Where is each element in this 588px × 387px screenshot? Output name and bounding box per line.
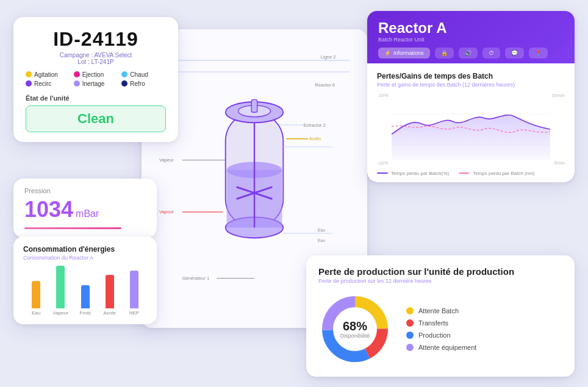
tag-dot-agitation (26, 71, 32, 77)
tag-label-refro: Refro (130, 80, 145, 87)
legend-label-percent: Temps perdu par Batch(%) (391, 171, 449, 176)
production-title: Perte de production sur l'unité de produ… (318, 266, 562, 277)
energy-subtitle: Consommation du Reactor A (23, 255, 147, 261)
tag-label-inertage: Inertage (82, 80, 105, 87)
reactor-tab-pin[interactable]: 📍 (529, 48, 548, 59)
label-production: Production (418, 332, 451, 339)
tab-info-label: Informations (393, 50, 424, 56)
line-chart-svg (392, 93, 550, 166)
chart-title: Pertes/Gains de temps des Batch (377, 72, 565, 80)
tag-dot-chaud (121, 71, 127, 77)
legend-percent: Temps perdu par Batch(%) (377, 171, 449, 176)
y-labels-right: 30min -5min (551, 93, 565, 166)
pressure-unit: mBar (76, 208, 99, 219)
dashboard-container: ID-24119 Campagne : AVEVA Select Lot : L… (13, 11, 575, 377)
tag-label-recirc: Recirc (34, 80, 51, 87)
timer-icon: ⏱ (489, 50, 494, 56)
line-chart: -10% -10% 30min -5min (377, 93, 565, 166)
pressure-bar (24, 227, 121, 229)
svg-text:Extractor 2: Extractor 2 (303, 122, 326, 127)
bar-azote: Azote (99, 275, 120, 316)
tag-dot-refro (121, 80, 127, 87)
label-attente-batch: Attente Batch (418, 307, 459, 314)
id-title: ID-24119 (26, 28, 166, 51)
bar-eau-fill (32, 281, 40, 308)
pressure-number: 1034 (24, 197, 73, 222)
svg-text:Générateur 1: Générateur 1 (182, 275, 209, 280)
svg-text:Ligne 2: Ligne 2 (321, 54, 336, 60)
legend-production: Production (406, 332, 476, 339)
reactor-chart-area: Pertes/Gains de temps des Batch Perte et… (367, 63, 575, 182)
reactor-tab-timer[interactable]: ⏱ (482, 48, 500, 59)
svg-text:Vapour: Vapour (159, 208, 174, 214)
pin-icon: 📍 (535, 50, 542, 56)
dot-blue (406, 332, 414, 339)
label-attente-equipement: Attente équipement (418, 344, 476, 351)
donut-label: Disponibilité (340, 333, 370, 339)
id-lot: Lot : LT-241P (26, 59, 166, 65)
label-transferts: Transferts (418, 319, 448, 327)
legend-transferts: Transferts (406, 319, 476, 327)
bar-azote-fill (106, 275, 114, 308)
legend-min: Temps perdu par Batch (mn) (459, 171, 534, 176)
donut-percent: 68% (340, 319, 370, 333)
energy-card: Consommation d'énergies Consommation du … (13, 236, 157, 324)
legend-attente-equipement: Attente équipement (406, 344, 476, 351)
info-icon: ⚡ (384, 50, 391, 56)
tag-label-chaud: Chaud (130, 71, 148, 78)
pressure-value: 1034 mBar (24, 197, 146, 222)
tag-chaud: Chaud (121, 71, 166, 78)
reactor-card: Reactor A Batch Reactor Unit ⚡ Informati… (367, 11, 575, 182)
tags-grid: Agitation Ejection Chaud Recirc Inertage… (26, 71, 166, 87)
legend-line-purple (377, 172, 388, 174)
production-subtitle: Perte de production sur les 12 dernière … (318, 278, 562, 284)
svg-text:Eau: Eau (318, 228, 325, 232)
y-bot-left: -10% (377, 160, 389, 166)
reactor-tab-sound[interactable]: 🔊 (459, 48, 478, 59)
chart-legend: Temps perdu par Batch(%) Temps perdu par… (377, 171, 565, 176)
svg-text:Eau: Eau (318, 238, 325, 243)
reactor-tab-lock[interactable]: 🔒 (435, 48, 454, 59)
donut-chart: 68% Disponibilité (318, 293, 392, 366)
svg-text:Reactor 6: Reactor 6 (315, 82, 335, 87)
tag-ejection: Ejection (74, 71, 118, 78)
y-top-right: 30min (551, 93, 565, 98)
chat-icon: 💬 (511, 50, 518, 56)
energy-title: Consommation d'énergies (23, 245, 147, 254)
svg-text:Aceto: Aceto (309, 135, 321, 141)
tag-dot-recirc (26, 80, 32, 87)
bar-azote-label: Azote (103, 310, 115, 316)
id-card: ID-24119 Campagne : AVEVA Select Lot : L… (13, 17, 178, 142)
reactor-header: Reactor A Batch Reactor Unit ⚡ Informati… (367, 11, 575, 63)
tag-label-ejection: Ejection (82, 71, 104, 78)
reactor-tab-chat[interactable]: 💬 (505, 48, 524, 59)
dot-purple (406, 344, 414, 351)
bar-nep: NEP (124, 271, 145, 316)
tag-refro: Refro (121, 80, 166, 87)
lock-icon: 🔒 (441, 50, 448, 56)
bar-froid: Froid (74, 285, 95, 316)
id-campaign: Campagne : AVEVA Select (26, 52, 166, 59)
tag-agitation: Agitation (26, 71, 70, 78)
bar-froid-fill (81, 285, 90, 308)
donut-center: 68% Disponibilité (340, 319, 370, 339)
bar-eau: Eau (26, 281, 46, 316)
reactor-tab-info[interactable]: ⚡ Informations (378, 48, 430, 59)
bar-vapeur-label: Vapeur (53, 310, 68, 316)
pressure-card: Pression 1034 mBar (13, 179, 157, 238)
pressure-label: Pression (24, 187, 146, 194)
bar-nep-fill (130, 271, 138, 308)
dot-red (406, 319, 414, 327)
bar-froid-label: Froid (79, 310, 90, 316)
production-card: Perte de production sur l'unité de produ… (306, 255, 575, 377)
bar-vapeur: Vapeur (50, 266, 71, 316)
tag-inertage: Inertage (74, 80, 118, 87)
legend-label-min: Temps perdu par Batch (mn) (473, 171, 534, 176)
chart-subtitle: Perte et gains de temps des Batch (12 de… (377, 82, 565, 88)
svg-rect-22 (251, 99, 257, 112)
unit-state-label: État de l'unité (26, 94, 166, 102)
bar-nep-label: NEP (129, 310, 139, 316)
tag-recirc: Recirc (26, 80, 70, 87)
state-badge: Clean (26, 105, 166, 132)
bar-eau-label: Eau (32, 310, 40, 316)
